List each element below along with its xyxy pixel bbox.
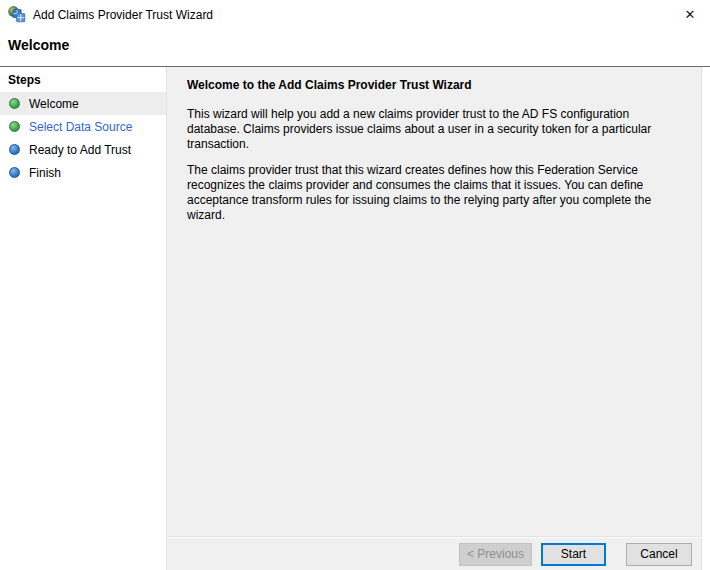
step-bullet-icon bbox=[9, 121, 20, 132]
page-title: Welcome bbox=[8, 37, 69, 53]
close-icon[interactable]: ✕ bbox=[678, 4, 702, 26]
button-bar: < Previous Start Cancel bbox=[166, 537, 702, 570]
title-bar: Add Claims Provider Trust Wizard ✕ bbox=[0, 0, 710, 30]
previous-button[interactable]: < Previous bbox=[459, 543, 532, 566]
steps-header: Steps bbox=[0, 67, 166, 92]
step-item-select-data-source[interactable]: Select Data Source bbox=[0, 115, 166, 138]
steps-panel: Steps Welcome Select Data Source Ready t… bbox=[0, 67, 166, 570]
step-bullet-icon bbox=[9, 98, 20, 109]
content-paragraph: The claims provider trust that this wiza… bbox=[187, 163, 673, 223]
step-bullet-icon bbox=[9, 144, 20, 155]
step-item-welcome: Welcome bbox=[0, 92, 166, 115]
step-label: Welcome bbox=[29, 97, 79, 111]
step-bullet-icon bbox=[9, 167, 20, 178]
step-label: Ready to Add Trust bbox=[29, 143, 131, 157]
step-item-finish: Finish bbox=[0, 161, 166, 184]
step-label: Finish bbox=[29, 166, 61, 180]
content-heading: Welcome to the Add Claims Provider Trust… bbox=[187, 78, 673, 92]
step-item-ready-to-add-trust: Ready to Add Trust bbox=[0, 138, 166, 161]
step-label: Select Data Source bbox=[29, 120, 132, 134]
start-button[interactable]: Start bbox=[541, 543, 606, 566]
window-title: Add Claims Provider Trust Wizard bbox=[33, 8, 213, 22]
content-paragraph: This wizard will help you add a new clai… bbox=[187, 107, 673, 152]
cancel-button[interactable]: Cancel bbox=[626, 543, 692, 566]
wizard-icon bbox=[8, 6, 26, 24]
content-panel: Welcome to the Add Claims Provider Trust… bbox=[166, 67, 702, 537]
